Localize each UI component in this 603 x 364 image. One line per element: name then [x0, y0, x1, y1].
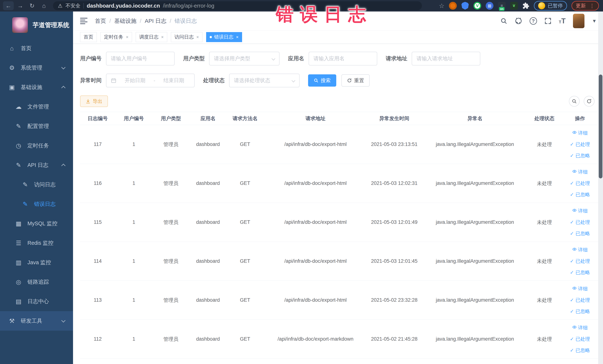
action-详细[interactable]: 详细: [572, 130, 588, 136]
app-name-field[interactable]: [313, 56, 372, 61]
cell-url: /api/infra/db-doc/export-html: [264, 164, 367, 203]
action-已忽略[interactable]: ✓已忽略: [570, 269, 590, 276]
action-详细[interactable]: 详细: [572, 286, 588, 292]
sidebar-item-日志中心[interactable]: ▤日志中心: [0, 292, 73, 311]
browser-update-button[interactable]: 更新 ⋮: [571, 1, 599, 11]
extension-leaf-icon[interactable]: ❦: [510, 2, 518, 10]
sidebar-item-文件管理[interactable]: ☁文件管理: [0, 97, 73, 117]
action-已处理[interactable]: ✓已处理: [570, 180, 590, 187]
page-scrollbar[interactable]: [598, 12, 603, 364]
search-icon[interactable]: [500, 17, 507, 24]
url-path: /infra/log/api-error-log: [163, 3, 214, 9]
extensions-puzzle-icon[interactable]: [522, 2, 529, 9]
user-id-field[interactable]: [111, 56, 170, 61]
start-date-placeholder[interactable]: 开始日期: [119, 77, 151, 84]
help-icon[interactable]: ?: [530, 17, 537, 25]
date-range-picker[interactable]: 开始日期 - 结束日期: [106, 74, 195, 87]
action-已忽略[interactable]: ✓已忽略: [570, 347, 590, 354]
action-已忽略[interactable]: ✓已忽略: [570, 230, 590, 237]
breadcrumb-item[interactable]: 基础设施: [114, 17, 136, 25]
extension-v-icon[interactable]: V: [474, 2, 481, 10]
show-search-toggle-icon[interactable]: [569, 96, 580, 107]
user-type-select[interactable]: [209, 52, 279, 65]
tab-调度日志[interactable]: 调度日志×: [136, 32, 167, 42]
action-已忽略[interactable]: ✓已忽略: [570, 308, 590, 315]
sidebar-item-基础设施[interactable]: ▣基础设施: [0, 78, 73, 97]
sidebar-item-Java 监控[interactable]: ▥Java 监控: [0, 253, 73, 272]
font-size-icon[interactable]: TT: [559, 17, 566, 25]
process-status-select[interactable]: [229, 74, 300, 87]
browser-menu-kebab-icon[interactable]: ⋮: [590, 3, 595, 9]
sidebar-item-链路追踪[interactable]: ◎链路追踪: [0, 272, 73, 292]
browser-back-icon[interactable]: ←: [3, 1, 14, 10]
end-date-placeholder[interactable]: 结束日期: [158, 77, 190, 84]
action-已处理[interactable]: ✓已处理: [570, 258, 590, 264]
profile-paused-badge[interactable]: 已暂停: [534, 1, 567, 11]
action-label: 详细: [578, 169, 588, 175]
close-tab-icon[interactable]: ×: [161, 35, 164, 40]
breadcrumb-item[interactable]: API 日志: [145, 17, 166, 25]
user-type-field[interactable]: [214, 56, 270, 61]
sidebar-item-Redis 监控[interactable]: ☰Redis 监控: [0, 233, 73, 253]
sidebar-item-首页[interactable]: ⌂首页: [0, 39, 73, 58]
tab-访问日志[interactable]: 访问日志×: [171, 32, 202, 42]
filter-row-2: 异常时间 开始日期 - 结束日期 处理状态: [80, 74, 599, 87]
collapse-menu-icon[interactable]: [80, 18, 88, 24]
action-已忽略[interactable]: ✓已忽略: [570, 191, 590, 198]
browser-home-icon[interactable]: ⌂: [39, 1, 49, 10]
scrollbar-thumb[interactable]: [599, 75, 603, 178]
logo-row[interactable]: 芋道管理系统: [0, 12, 73, 39]
action-已处理[interactable]: ✓已处理: [570, 219, 590, 225]
avatar-caret-down-icon[interactable]: ▼: [592, 18, 597, 24]
tab-首页[interactable]: 首页: [80, 32, 97, 42]
extension-shield-icon[interactable]: [461, 2, 469, 10]
bookmark-star-icon[interactable]: ☆: [439, 2, 444, 10]
action-已忽略[interactable]: ✓已忽略: [570, 153, 590, 159]
tab-错误日志[interactable]: 错误日志×: [206, 32, 242, 42]
sidebar-item-系统管理[interactable]: ⚙系统管理: [0, 58, 73, 78]
action-详细[interactable]: 详细: [572, 208, 588, 214]
sidebar-item-研发工具[interactable]: ⚒研发工具: [0, 311, 73, 331]
cell-user_id: 1: [115, 164, 152, 203]
action-已处理[interactable]: ✓已处理: [570, 336, 590, 342]
github-icon[interactable]: [515, 17, 522, 25]
action-详细[interactable]: 详细: [572, 169, 588, 175]
action-详细[interactable]: 详细: [572, 247, 588, 253]
app-name-input[interactable]: [309, 52, 377, 65]
sidebar-item-MySQL 监控[interactable]: ▦MySQL 监控: [0, 214, 73, 233]
user-avatar[interactable]: [573, 14, 584, 28]
cell-actions: 详细✓已处理✓已忽略: [560, 125, 600, 164]
chevron-up-icon: [61, 164, 66, 168]
close-tab-icon[interactable]: ×: [196, 35, 199, 40]
breadcrumb-separator: /: [170, 18, 171, 24]
sidebar-item-访问日志[interactable]: ✎访问日志: [0, 175, 73, 194]
process-status-field[interactable]: [234, 78, 290, 83]
action-详细[interactable]: 详细: [572, 325, 588, 331]
export-button[interactable]: 导出: [80, 95, 108, 107]
extension-orange-icon[interactable]: [449, 2, 457, 10]
reset-button[interactable]: 重置: [341, 74, 370, 87]
extension-grid-icon[interactable]: ▦: [486, 2, 493, 10]
sidebar-item-API 日志[interactable]: ✎API 日志: [0, 155, 73, 175]
sidebar-item-定时任务[interactable]: ◷定时任务: [0, 136, 73, 155]
action-已处理[interactable]: ✓已处理: [570, 297, 590, 303]
user-id-input[interactable]: [106, 52, 175, 65]
sidebar-item-配置管理[interactable]: ✎配置管理: [0, 117, 73, 136]
extension-switch-icon[interactable]: ≡ on: [498, 2, 506, 10]
close-tab-icon[interactable]: ×: [126, 35, 128, 40]
browser-forward-icon[interactable]: →: [15, 1, 26, 10]
close-tab-icon[interactable]: ×: [236, 35, 239, 40]
action-已处理[interactable]: ✓已处理: [570, 141, 590, 148]
search-button[interactable]: 搜索: [308, 74, 336, 87]
cell-app_name: dashboard: [189, 125, 227, 164]
tab-定时任务[interactable]: 定时任务×: [101, 32, 132, 42]
cell-log_id: 117: [80, 125, 115, 164]
check-icon: ✓: [570, 231, 574, 236]
breadcrumb-item[interactable]: 首页: [95, 17, 106, 25]
request-url-field[interactable]: [417, 56, 475, 61]
sidebar-item-错误日志[interactable]: ✎错误日志: [0, 194, 73, 214]
request-url-input[interactable]: [412, 52, 480, 65]
browser-reload-icon[interactable]: ↻: [27, 1, 37, 10]
fullscreen-icon[interactable]: [545, 17, 551, 24]
refresh-icon[interactable]: [584, 96, 594, 107]
